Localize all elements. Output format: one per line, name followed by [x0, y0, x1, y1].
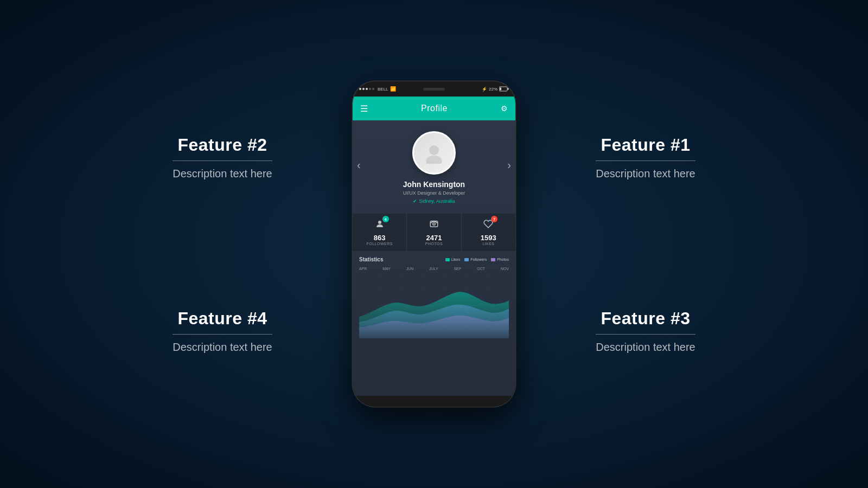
- chart-months: APR MAY JUN JULY SEP OCT NOV: [359, 267, 509, 271]
- feature-3-title: Feature #3: [596, 309, 695, 329]
- month-apr: APR: [359, 267, 367, 271]
- chart-svg: [359, 273, 509, 338]
- carrier-label: BELL: [378, 87, 388, 92]
- feature-4-title: Feature #4: [173, 309, 272, 329]
- location-text: Sidney, Australia: [419, 198, 455, 204]
- signal-dot-4: [369, 88, 371, 90]
- feature-2-panel: Feature #2 Description text here: [162, 124, 283, 191]
- phone-mockup: BELL 📶 ⚡ 22% ☰ Profile ⚙: [353, 81, 515, 407]
- legend-photos-dot: [491, 258, 495, 261]
- chart-header: Statistics Likes Followers: [359, 256, 509, 262]
- month-may: MAY: [382, 267, 391, 271]
- svg-rect-11: [430, 221, 438, 227]
- feature-2-desc: Description text here: [173, 168, 272, 180]
- legend-photos: Photos: [491, 258, 509, 261]
- followers-label: FOLLOWERS: [366, 242, 392, 246]
- signal-dot-5: [372, 88, 374, 90]
- stat-followers[interactable]: 4 863 FOLLOWERS: [353, 214, 407, 251]
- chart-title: Statistics: [359, 256, 383, 262]
- legend-followers-label: Followers: [470, 258, 487, 261]
- followers-badge: 4: [382, 216, 389, 222]
- likes-badge: 7: [491, 216, 497, 222]
- location-icon: ✔: [413, 198, 417, 204]
- feature-1-divider: [596, 160, 695, 161]
- svg-point-10: [378, 221, 381, 224]
- likes-icon: 7: [483, 219, 493, 231]
- legend-likes: Likes: [445, 258, 460, 261]
- svg-point-9: [426, 156, 442, 164]
- month-oct: OCT: [477, 267, 485, 271]
- feature-4-desc: Description text here: [173, 341, 272, 354]
- legend-followers: Followers: [464, 258, 487, 261]
- feature-2-title: Feature #2: [173, 135, 272, 155]
- svg-rect-6: [508, 88, 509, 90]
- chart-area: [359, 273, 509, 338]
- legend-likes-label: Likes: [451, 258, 460, 261]
- chart-section: Statistics Likes Followers: [353, 251, 515, 396]
- app-bar-title: Profile: [421, 104, 448, 113]
- feature-3-desc: Description text here: [596, 341, 695, 354]
- carousel-right-arrow[interactable]: ›: [507, 159, 511, 171]
- photos-count: 2471: [426, 234, 442, 242]
- app-bar: ☰ Profile ⚙: [353, 97, 515, 120]
- month-jun: JUN: [406, 267, 414, 271]
- battery-label: 22%: [489, 87, 497, 92]
- month-july: JULY: [429, 267, 438, 271]
- feature-3-panel: Feature #3 Description text here: [585, 298, 706, 364]
- followers-icon: 4: [375, 219, 385, 231]
- profile-job-title: UI/UX Designer & Developer: [403, 190, 465, 196]
- carousel-left-arrow[interactable]: ‹: [357, 159, 361, 171]
- settings-icon[interactable]: ⚙: [501, 104, 508, 113]
- wifi-icon: 📶: [390, 86, 396, 92]
- signal-icon: [359, 88, 374, 90]
- legend-photos-label: Photos: [497, 258, 509, 261]
- status-bar: BELL 📶 ⚡ 22%: [353, 81, 515, 97]
- avatar: [412, 131, 456, 175]
- profile-header: ‹ › John Kensington UI/UX Designer & Dev…: [353, 120, 515, 209]
- legend-followers-dot: [464, 258, 469, 261]
- status-bar-left: BELL 📶: [359, 86, 396, 92]
- status-bar-right: ⚡ 22%: [482, 86, 509, 92]
- feature-3-divider: [596, 334, 695, 335]
- avatar-icon: [423, 142, 445, 164]
- chart-legend: Likes Followers Photos: [445, 258, 509, 261]
- month-sep: SEP: [454, 267, 461, 271]
- feature-1-title: Feature #1: [596, 135, 695, 155]
- stat-likes[interactable]: 7 1593 LIKES: [462, 214, 515, 251]
- likes-label: LIKES: [482, 242, 494, 246]
- bluetooth-icon: ⚡: [482, 87, 487, 92]
- svg-point-12: [433, 223, 436, 226]
- profile-section: ‹ › John Kensington UI/UX Designer & Dev…: [353, 120, 515, 396]
- profile-name: John Kensington: [403, 180, 465, 189]
- svg-rect-7: [500, 88, 501, 91]
- stats-row: 4 863 FOLLOWERS: [353, 214, 515, 251]
- svg-point-8: [429, 145, 439, 155]
- feature-4-panel: Feature #4 Description text here: [162, 298, 283, 364]
- feature-4-divider: [173, 334, 272, 335]
- phone-bottom: [353, 396, 515, 407]
- followers-count: 863: [374, 234, 386, 242]
- feature-2-divider: [173, 160, 272, 161]
- signal-dot-2: [362, 88, 365, 90]
- feature-1-desc: Description text here: [596, 168, 695, 180]
- stat-photos[interactable]: 2471 PHOTOS: [407, 214, 461, 251]
- likes-count: 1593: [481, 234, 496, 242]
- avatar-placeholder: [414, 133, 454, 173]
- signal-dot-1: [359, 88, 361, 90]
- signal-dot-3: [366, 88, 368, 90]
- photos-label: PHOTOS: [425, 242, 443, 246]
- month-nov: NOV: [501, 267, 509, 271]
- profile-location: ✔ Sidney, Australia: [413, 198, 455, 204]
- feature-1-panel: Feature #1 Description text here: [585, 124, 706, 191]
- photos-icon: [429, 219, 439, 231]
- hamburger-icon[interactable]: ☰: [360, 104, 368, 114]
- legend-likes-dot: [445, 258, 450, 261]
- battery-icon: [499, 86, 509, 92]
- phone-speaker: [423, 88, 445, 91]
